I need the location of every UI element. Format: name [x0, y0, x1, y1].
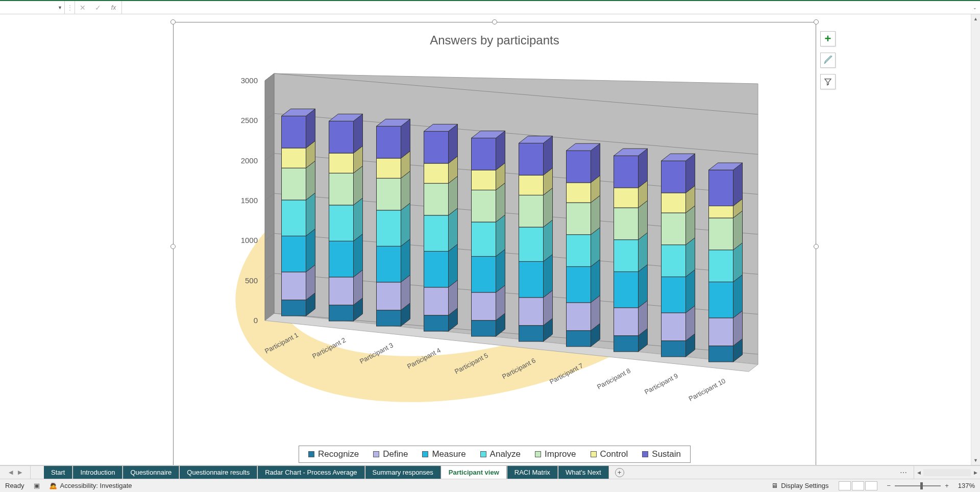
svg-text:Participant 8: Participant 8	[596, 366, 632, 390]
display-settings-button[interactable]: 🖥 Display Settings	[771, 482, 828, 489]
svg-marker-182	[733, 163, 743, 206]
sheet-tab[interactable]: Questionnaire	[123, 466, 179, 479]
svg-rect-83	[424, 163, 449, 183]
chart-plot-area[interactable]: 050010001500200025003000Participant 1Par…	[204, 70, 786, 435]
legend-swatch	[642, 451, 648, 457]
sheet-tab[interactable]: Radar Chart - Process Average	[258, 466, 364, 479]
svg-rect-93	[472, 256, 496, 292]
accessibility-label: Accessibility: Investigate	[60, 482, 132, 489]
resize-handle-tr[interactable]	[814, 19, 819, 24]
legend-item[interactable]: Analyze	[480, 449, 521, 459]
zoom-percentage[interactable]: 137%	[958, 482, 975, 489]
legend-label: Measure	[432, 449, 465, 459]
svg-rect-123	[567, 303, 591, 331]
page-break-view-button[interactable]	[865, 481, 877, 490]
hscroll-track[interactable]	[923, 469, 971, 476]
legend-item[interactable]: Improve	[535, 449, 576, 459]
resize-handle-ml[interactable]	[170, 244, 176, 249]
hscroll-right-icon[interactable]: ▶	[971, 470, 980, 475]
legend-item[interactable]: Control	[591, 449, 628, 459]
sheet-tab[interactable]: Introduction	[73, 466, 122, 479]
accessibility-status[interactable]: 🙇 Accessibility: Investigate	[49, 482, 132, 489]
zoom-thumb[interactable]	[920, 482, 923, 489]
scroll-down-icon[interactable]: ▼	[971, 456, 980, 465]
check-icon[interactable]: ✓	[90, 1, 106, 14]
chevron-down-icon[interactable]: ▼	[58, 5, 62, 10]
svg-rect-33	[282, 168, 306, 200]
horizontal-scrollbar[interactable]: ◀ ▶	[914, 466, 980, 479]
tab-nav-prev-icon[interactable]: ◀	[9, 469, 13, 476]
sheet-tab[interactable]: Summary responses	[365, 466, 441, 479]
legend-item[interactable]: Recognize	[308, 449, 359, 459]
svg-rect-59	[377, 282, 401, 310]
chart-elements-button[interactable]: +	[820, 31, 836, 46]
chart-title[interactable]: Answers by participants	[173, 33, 816, 47]
svg-rect-153	[662, 341, 686, 357]
svg-rect-163	[662, 193, 686, 213]
resize-handle-tl[interactable]	[170, 19, 176, 24]
zoom-slider[interactable]: − +	[887, 482, 949, 489]
add-sheet-button[interactable]: +	[609, 466, 630, 479]
resize-handle-mr[interactable]	[814, 244, 819, 249]
tab-overflow-icon[interactable]: ⋯	[893, 466, 914, 479]
sheet-tab[interactable]: What's Next	[558, 466, 609, 479]
formula-bar-divider: ⋮	[65, 1, 75, 14]
svg-rect-45	[329, 241, 354, 277]
svg-rect-155	[662, 313, 686, 341]
svg-text:3000: 3000	[241, 76, 258, 85]
legend-item[interactable]: Define	[373, 449, 408, 459]
status-bar: Ready ▣ 🙇 Accessibility: Investigate 🖥 D…	[0, 479, 980, 492]
legend-item[interactable]: Sustain	[642, 449, 681, 459]
svg-marker-80	[449, 208, 458, 252]
sheet-tab[interactable]: RACI Matrix	[507, 466, 558, 479]
svg-marker-62	[401, 239, 410, 282]
scroll-up-icon[interactable]: ▲	[971, 14, 980, 23]
svg-rect-131	[567, 183, 591, 203]
chart-legend[interactable]: RecognizeDefineMeasureAnalyzeImproveCont…	[299, 446, 691, 463]
svg-rect-139	[614, 308, 639, 336]
svg-rect-141	[614, 272, 639, 308]
legend-swatch	[308, 451, 314, 457]
svg-rect-129	[567, 203, 591, 235]
svg-rect-111	[519, 227, 544, 261]
tab-nav-arrows[interactable]: ◀ ▶	[0, 466, 31, 479]
formula-input[interactable]	[122, 1, 970, 14]
page-layout-view-button[interactable]	[852, 481, 864, 490]
svg-rect-145	[614, 208, 639, 240]
name-box[interactable]: ▼	[0, 1, 65, 14]
legend-swatch	[373, 451, 379, 457]
svg-rect-179	[709, 206, 733, 218]
chart-styles-button[interactable]	[820, 53, 836, 68]
sheet-tab[interactable]: Participant view	[442, 466, 507, 479]
accessibility-icon: 🙇	[49, 482, 57, 489]
chart-filters-button[interactable]	[820, 74, 836, 89]
svg-rect-49	[329, 173, 354, 205]
fx-icon[interactable]: fx	[106, 1, 122, 14]
svg-rect-149	[614, 156, 639, 188]
zoom-in-icon[interactable]: +	[945, 482, 949, 489]
cancel-icon[interactable]: ✕	[75, 1, 90, 14]
normal-view-button[interactable]	[839, 481, 851, 490]
sheet-tab[interactable]: Start	[44, 466, 72, 479]
vertical-scrollbar[interactable]: ▲ ▼	[971, 14, 980, 465]
svg-marker-110	[544, 254, 553, 298]
svg-rect-137	[614, 336, 639, 352]
macro-record-icon[interactable]: ▣	[34, 482, 40, 489]
chart-svg: 050010001500200025003000Participant 1Par…	[204, 70, 786, 435]
resize-handle-tm[interactable]	[492, 19, 497, 24]
svg-rect-115	[519, 175, 544, 195]
sheet-area[interactable]: Answers by participants 0500100015002000…	[0, 14, 980, 465]
svg-text:Participant 9: Participant 9	[643, 372, 679, 396]
svg-rect-171	[709, 318, 733, 346]
zoom-out-icon[interactable]: −	[887, 482, 891, 489]
svg-rect-81	[424, 183, 449, 215]
sheet-tab[interactable]: Questionnaire results	[180, 466, 257, 479]
legend-item[interactable]: Measure	[422, 449, 465, 459]
svg-rect-65	[377, 178, 401, 210]
formula-expand-icon[interactable]: ⌄	[970, 5, 980, 10]
hscroll-left-icon[interactable]: ◀	[914, 470, 923, 475]
svg-rect-173	[709, 282, 733, 318]
chart-object[interactable]: Answers by participants 0500100015002000…	[173, 22, 816, 465]
tab-nav-next-icon[interactable]: ▶	[18, 469, 22, 476]
svg-rect-37	[282, 116, 306, 148]
